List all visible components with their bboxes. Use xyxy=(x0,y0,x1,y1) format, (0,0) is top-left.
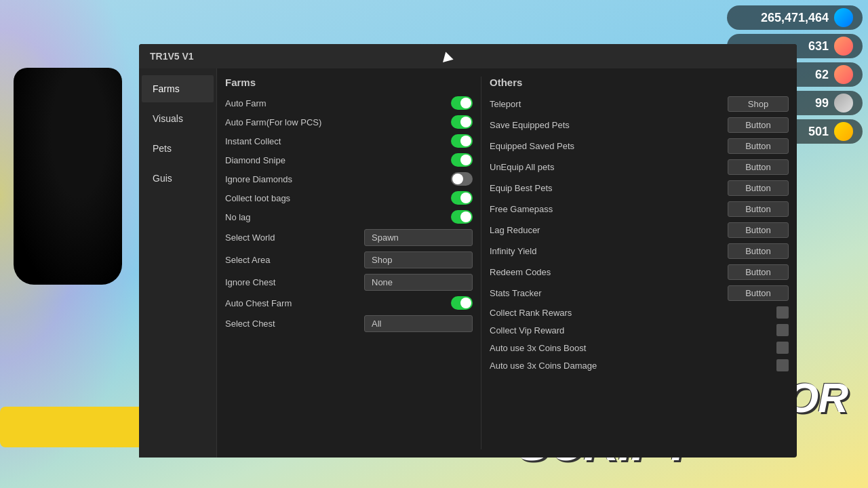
sidebar-item-farms[interactable]: Farms xyxy=(142,75,214,102)
content-area: Farms Auto Farm Auto Farm(For low PCS) I… xyxy=(217,68,797,458)
unequip-all-button[interactable]: Button xyxy=(728,159,789,175)
farms-header: Farms xyxy=(225,77,473,88)
instant-collect-label: Instant Collect xyxy=(225,136,281,146)
auto-chest-label: Auto Chest Farm xyxy=(225,298,292,308)
others-row-stats-tracker: Stats Tracker Button xyxy=(490,285,789,301)
auto-coins-damage-checkbox[interactable] xyxy=(776,359,789,371)
teleport-label: Teleport xyxy=(490,99,728,109)
sidebar-item-pets[interactable]: Pets xyxy=(142,135,214,162)
main-panel: TR1V5 V1 Farms Visuals Pets Guis Farms xyxy=(139,44,797,458)
others-row-redeem-codes: Redeem Codes Button xyxy=(490,264,789,280)
select-world-box[interactable]: Spawn xyxy=(364,229,473,246)
select-chest-label: Select Chest xyxy=(225,319,275,329)
no-lag-label: No lag xyxy=(225,212,251,222)
paw-icon-2 xyxy=(834,65,853,84)
infinity-yield-button[interactable]: Button xyxy=(728,243,789,259)
redeem-codes-button[interactable]: Button xyxy=(728,264,789,280)
ignore-chest-label: Ignore Chest xyxy=(225,277,275,287)
others-row-lag-reducer: Lag Reducer Button xyxy=(490,222,789,238)
equipped-saved-button[interactable]: Button xyxy=(728,138,789,154)
hud-value-5: 501 xyxy=(808,125,829,139)
select-row-ignore-chest: Ignore Chest None xyxy=(225,274,473,291)
coins-value: 265,471,464 xyxy=(761,11,829,25)
farm-row-instant-collect: Instant Collect xyxy=(225,134,473,148)
others-row-auto-coins-damage: Auto use 3x Coins Damage xyxy=(490,359,789,371)
select-area-box[interactable]: Shop xyxy=(364,251,473,268)
equip-best-label: Equip Best Pets xyxy=(490,183,728,193)
collect-vip-label: Collect Vip Reward xyxy=(490,325,776,336)
free-gamepass-button[interactable]: Button xyxy=(728,201,789,217)
panel-body: Farms Visuals Pets Guis Farms Auto Farm xyxy=(139,68,797,458)
no-lag-toggle[interactable] xyxy=(451,210,473,224)
collect-loot-toggle[interactable] xyxy=(451,191,473,205)
others-row-auto-coins-boost: Auto use 3x Coins Boost xyxy=(490,342,789,354)
others-row-unequip-all: UnEquip All pets Button xyxy=(490,159,789,175)
ignore-diamonds-toggle[interactable] xyxy=(451,172,473,186)
hud-value-3: 62 xyxy=(815,68,829,82)
select-area-label: Select Area xyxy=(225,255,271,265)
sidebar-item-visuals[interactable]: Visuals xyxy=(142,105,214,132)
others-row-free-gamepass: Free Gamepass Button xyxy=(490,201,789,217)
stats-tracker-button[interactable]: Button xyxy=(728,285,789,301)
farm-row-collect-loot: Collect loot bags xyxy=(225,191,473,205)
save-equipped-button[interactable]: Button xyxy=(728,117,789,133)
others-row-teleport: Teleport Shop xyxy=(490,96,789,112)
lag-reducer-label: Lag Reducer xyxy=(490,225,728,235)
diamond-icon xyxy=(834,8,853,27)
avatar xyxy=(14,68,122,285)
collect-loot-label: Collect loot bags xyxy=(225,193,290,203)
farm-row-diamond-snipe: Diamond Snipe xyxy=(225,153,473,167)
others-row-equip-best: Equip Best Pets Button xyxy=(490,180,789,196)
others-header: Others xyxy=(490,77,789,88)
sidebar: Farms Visuals Pets Guis xyxy=(139,68,217,458)
others-row-infinity-yield: Infinity Yield Button xyxy=(490,243,789,259)
avatar-area xyxy=(0,68,146,285)
hud-value-2: 631 xyxy=(808,39,829,54)
farm-row-auto-chest: Auto Chest Farm xyxy=(225,296,473,310)
farm-row-no-lag: No lag xyxy=(225,210,473,224)
free-gamepass-label: Free Gamepass xyxy=(490,204,728,214)
collect-vip-checkbox[interactable] xyxy=(776,324,789,336)
diamond-snipe-toggle[interactable] xyxy=(451,153,473,167)
auto-coins-boost-label: Auto use 3x Coins Boost xyxy=(490,343,776,353)
infinity-yield-label: Infinity Yield xyxy=(490,246,728,256)
select-row-chest: Select Chest All xyxy=(225,315,473,332)
collect-rank-label: Collect Rank Rewars xyxy=(490,308,776,318)
instant-collect-toggle[interactable] xyxy=(451,134,473,148)
gem-icon xyxy=(834,94,853,113)
select-world-label: Select World xyxy=(225,232,275,243)
diamond-snipe-label: Diamond Snipe xyxy=(225,155,285,165)
paw-icon xyxy=(834,37,853,56)
farm-row-auto-farm-low: Auto Farm(For low PCS) xyxy=(225,115,473,129)
farm-row-ignore-diamonds: Ignore Diamonds xyxy=(225,172,473,186)
equipped-saved-label: Equipped Saved Pets xyxy=(490,141,728,151)
others-row-equipped-saved: Equipped Saved Pets Button xyxy=(490,138,789,154)
ignore-chest-box[interactable]: None xyxy=(364,274,473,291)
select-row-world: Select World Spawn xyxy=(225,229,473,246)
farms-column: Farms Auto Farm Auto Farm(For low PCS) I… xyxy=(217,77,481,449)
sidebar-item-guis[interactable]: Guis xyxy=(142,165,214,192)
auto-farm-label: Auto Farm xyxy=(225,98,267,108)
auto-coins-boost-checkbox[interactable] xyxy=(776,342,789,354)
auto-farm-low-toggle[interactable] xyxy=(451,115,473,129)
farm-row-auto-farm: Auto Farm xyxy=(225,96,473,110)
others-row-collect-vip: Collect Vip Reward xyxy=(490,324,789,336)
auto-farm-toggle[interactable] xyxy=(451,96,473,110)
lag-reducer-button[interactable]: Button xyxy=(728,222,789,238)
auto-chest-toggle[interactable] xyxy=(451,296,473,310)
teleport-button[interactable]: Shop xyxy=(728,96,789,112)
hud-value-4: 99 xyxy=(815,96,829,110)
select-chest-box[interactable]: All xyxy=(364,315,473,332)
collect-rank-checkbox[interactable] xyxy=(776,306,789,319)
select-row-area: Select Area Shop xyxy=(225,251,473,268)
panel-title-bar: TR1V5 V1 xyxy=(139,44,797,68)
auto-farm-low-label: Auto Farm(For low PCS) xyxy=(225,117,321,127)
equip-best-button[interactable]: Button xyxy=(728,180,789,196)
auto-coins-damage-label: Auto use 3x Coins Damage xyxy=(490,361,776,371)
others-row-save-equipped: Save Equipped Pets Button xyxy=(490,117,789,133)
stats-tracker-label: Stats Tracker xyxy=(490,288,728,298)
others-column: Others Teleport Shop Save Equipped Pets … xyxy=(481,77,797,449)
redeem-codes-label: Redeem Codes xyxy=(490,267,728,277)
coin-icon xyxy=(834,122,853,141)
save-equipped-label: Save Equipped Pets xyxy=(490,120,728,130)
